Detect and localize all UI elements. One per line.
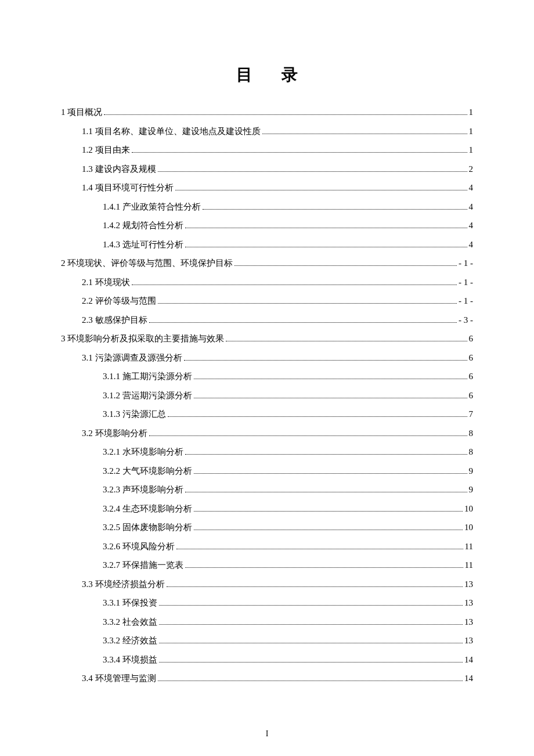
toc-leader-dots [159,605,463,606]
toc-entry-page: 11 [465,556,473,575]
toc-entry-label: 3.1 污染源调查及源强分析 [82,349,182,368]
toc-entry-label: 3.1.2 营运期污染源分析 [103,387,192,405]
toc-leader-dots [158,171,467,172]
toc-leader-dots [159,624,463,625]
toc-leader-dots [104,114,467,115]
toc-entry-page: 4 [469,179,474,197]
toc-entry-page: 8 [469,424,474,443]
toc-entry-label: 2.2 评价等级与范围 [82,292,156,311]
toc-leader-dots [159,662,463,663]
toc-leader-dots [185,454,467,455]
toc-entry: 2.3 敏感保护目标- 3 - [61,311,473,330]
toc-entry: 3.2 环境影响分析8 [61,424,473,443]
toc-entry-page: 13 [464,613,473,632]
toc-leader-dots [234,265,457,266]
toc-entry: 3 环境影响分析及拟采取的主要措施与效果6 [61,330,473,348]
toc-entry-label: 2 环境现状、评价等级与范围、环境保护目标 [61,254,233,273]
toc-entry-label: 3.2.2 大气环境影响分析 [103,462,192,481]
toc-entry-page: 4 [469,198,474,217]
toc-entry-page: 8 [469,443,474,462]
toc-entry: 3.4 环境管理与监测14 [61,669,473,688]
toc-entry-page: - 3 - [459,311,473,330]
toc-entry: 3.1.1 施工期污染源分析6 [61,368,473,386]
toc-leader-dots [194,530,463,530]
toc-entry-page: 14 [464,651,473,669]
toc-entry-page: 7 [469,405,474,424]
toc-leader-dots [194,511,463,512]
toc-entry-label: 2.1 环境现状 [82,273,130,292]
toc-entry-page: 4 [469,236,474,254]
toc-entry-label: 3.2.5 固体废物影响分析 [103,519,192,537]
toc-entry-label: 1.3 建设内容及规模 [82,160,156,179]
toc-entry-label: 3.3.2 社会效益 [103,613,157,632]
toc-entry: 3.2.4 生态环境影响分析10 [61,500,473,519]
toc-entry-label: 1.1 项目名称、建设单位、建设地点及建设性质 [82,123,261,141]
toc-leader-dots [158,681,463,681]
toc-entry-label: 3.1.3 污染源汇总 [103,405,166,424]
toc-leader-dots [149,435,467,436]
toc-entry: 1.4.1 产业政策符合性分析4 [61,198,473,217]
toc-entry-label: 1.4.3 选址可行性分析 [103,236,183,254]
toc-entry-page: 9 [469,462,474,481]
toc-entry-label: 1.4.2 规划符合性分析 [103,217,183,235]
toc-leader-dots [132,152,467,153]
toc-entry: 1.1 项目名称、建设单位、建设地点及建设性质1 [61,123,473,141]
page-number-footer: I [0,729,534,739]
toc-entry-page: 9 [469,481,474,499]
toc-entry-page: 6 [469,330,474,348]
toc-entry-label: 1 项目概况 [61,103,102,122]
toc-entry-page: 13 [464,594,473,613]
toc-leader-dots [262,134,467,134]
toc-entry: 3.3 环境经济损益分析13 [61,575,473,594]
toc-entry-label: 3.3.1 环保投资 [103,594,157,613]
toc-entry: 3.3.1 环保投资13 [61,594,473,613]
toc-entry: 3.1.3 污染源汇总7 [61,405,473,424]
toc-entry-label: 3.2.1 水环境影响分析 [103,443,183,462]
toc-entry: 3.3.2 社会效益13 [61,613,473,632]
toc-leader-dots [194,379,467,379]
toc-leader-dots [158,303,457,304]
toc-entry-page: 13 [464,632,473,650]
toc-entry-label: 1.2 项目由来 [82,141,130,160]
toc-entry-page: 14 [464,669,473,688]
toc-entry-label: 1.4.1 产业政策符合性分析 [103,198,201,217]
toc-entry-label: 3.2.7 环保措施一览表 [103,556,183,575]
toc-leader-dots [149,322,457,323]
toc-entry-page: - 1 - [459,254,473,273]
toc-entry: 1.4.3 选址可行性分析4 [61,236,473,254]
toc-entry: 1.2 项目由来1 [61,141,473,160]
toc-entry-label: 3.2.4 生态环境影响分析 [103,500,192,519]
toc-leader-dots [194,473,467,474]
toc-entry-page: 13 [464,575,473,594]
toc-entry: 3.2.7 环保措施一览表11 [61,556,473,575]
toc-entry-page: 11 [465,538,473,556]
toc-leader-dots [194,398,467,398]
toc-entry-label: 3.4 环境管理与监测 [82,669,156,688]
toc-entry: 1.4.2 规划符合性分析4 [61,217,473,235]
toc-entry: 3.1 污染源调查及源强分析6 [61,349,473,368]
toc-leader-dots [203,209,467,210]
toc-entry: 1 项目概况1 [61,103,473,122]
toc-entry-page: - 1 - [459,292,473,311]
toc-entry-label: 3.2 环境影响分析 [82,424,147,443]
toc-entry: 3.3.4 环境损益14 [61,651,473,669]
toc-entry: 3.2.5 固体废物影响分析10 [61,519,473,537]
toc-entry-label: 3.1.1 施工期污染源分析 [103,368,192,386]
toc-entry: 2 环境现状、评价等级与范围、环境保护目标- 1 - [61,254,473,273]
toc-entry-page: 10 [464,500,473,519]
toc-entry: 3.2.6 环境风险分析11 [61,538,473,556]
table-of-contents: 1 项目概况11.1 项目名称、建设单位、建设地点及建设性质11.2 项目由来1… [61,103,473,688]
toc-entry-page: 1 [469,103,474,122]
toc-entry-page: - 1 - [459,273,473,292]
toc-entry-page: 6 [469,387,474,405]
toc-entry-label: 3 环境影响分析及拟采取的主要措施与效果 [61,330,224,348]
toc-leader-dots [185,567,463,568]
toc-entry-label: 3.3.4 环境损益 [103,651,157,669]
toc-entry-label: 1.4 项目环境可行性分析 [82,179,174,197]
toc-leader-dots [184,360,467,361]
toc-entry-label: 3.2.3 声环境影响分析 [103,481,183,499]
toc-entry: 1.4 项目环境可行性分析4 [61,179,473,197]
toc-leader-dots [185,492,467,492]
toc-leader-dots [226,341,467,341]
toc-entry-page: 10 [464,519,473,537]
